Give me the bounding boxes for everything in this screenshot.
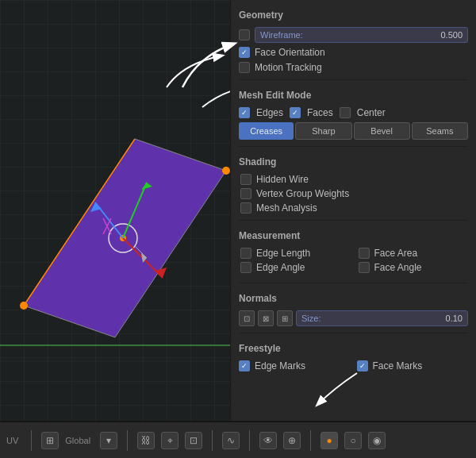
wireframe-value: 0.500 — [440, 30, 463, 40]
wireframe-label: Wireframe: — [260, 30, 303, 40]
wireframe-row: Wireframe: 0.500 — [239, 27, 468, 43]
seams-button[interactable]: Seams — [412, 122, 468, 140]
edge-angle-row: Edge Angle — [239, 262, 351, 273]
hidden-wire-checkbox[interactable] — [240, 174, 251, 185]
divider-4 — [239, 283, 468, 283]
divider-1 — [239, 79, 468, 80]
center-checkbox[interactable] — [340, 107, 351, 118]
vertex-group-checkbox[interactable] — [240, 188, 251, 199]
normals-icon-1[interactable]: ⊡ — [239, 310, 255, 326]
divider-5 — [239, 333, 468, 333]
sep-4 — [249, 430, 250, 451]
face-marks-checkbox[interactable] — [357, 360, 368, 371]
face-marks-col: Face Marks — [357, 360, 469, 371]
edge-length-checkbox[interactable] — [240, 248, 251, 259]
edges-checkbox[interactable] — [239, 107, 250, 118]
svg-point-7 — [20, 302, 28, 310]
motion-tracking-row: Motion Tracking — [239, 62, 468, 73]
target-icon[interactable]: ⊕ — [283, 432, 301, 449]
uv-label: UV — [6, 436, 18, 445]
edge-angle-label: Edge Angle — [256, 262, 305, 273]
geometry-title: Geometry — [239, 10, 468, 21]
annotation-arrow — [159, 48, 230, 95]
viewport — [0, 0, 230, 421]
measurement-right: Face Area Face Angle — [357, 248, 469, 276]
curve-icon[interactable]: ∿ — [222, 432, 240, 449]
face-marks-label: Face Marks — [373, 360, 423, 371]
eye-icon[interactable]: 👁 — [259, 432, 277, 449]
wireframe-checkbox[interactable] — [239, 29, 250, 40]
faces-label: Faces — [307, 107, 333, 118]
face-orientation-label: Face Orientation — [255, 47, 325, 58]
normals-icon-3[interactable]: ⊞ — [277, 310, 293, 326]
sharp-button[interactable]: Sharp — [295, 122, 351, 140]
edge-buttons-row: Creases Sharp Bevel Seams — [239, 122, 468, 140]
motion-icon[interactable]: ⌖ — [161, 432, 178, 449]
right-panel: Geometry Wireframe: 0.500 Face Orientati… — [230, 0, 476, 421]
divider-2 — [239, 146, 468, 147]
render-icon-3[interactable]: ◉ — [368, 432, 386, 449]
face-area-label: Face Area — [374, 248, 418, 259]
svg-point-8 — [222, 167, 230, 175]
measurement-title: Measurement — [239, 230, 468, 241]
mode-dropdown-icon[interactable]: ▾ — [100, 432, 117, 449]
face-orientation-checkbox[interactable] — [239, 47, 250, 58]
face-angle-label: Face Angle — [374, 262, 422, 273]
editor-type-icon[interactable]: ⊞ — [41, 432, 59, 449]
motion-tracking-label: Motion Tracking — [255, 62, 322, 73]
edge-marks-col: Edge Marks — [239, 360, 351, 371]
bevel-button[interactable]: Bevel — [354, 122, 410, 140]
face-area-row: Face Area — [357, 248, 469, 259]
sep-1 — [31, 430, 32, 451]
normals-size-label: Size: — [301, 314, 321, 323]
creases-button[interactable]: Creases — [239, 122, 294, 140]
face-angle-row: Face Angle — [357, 262, 469, 273]
shading-title: Shading — [239, 156, 468, 167]
sep-3 — [212, 430, 213, 451]
mesh-analysis-row: Mesh Analysis — [239, 202, 468, 214]
edges-label: Edges — [256, 107, 283, 118]
edge-angle-checkbox[interactable] — [240, 262, 251, 273]
link-icon[interactable]: ⛓ — [137, 432, 155, 449]
hidden-wire-row: Hidden Wire — [239, 174, 468, 185]
sep-2 — [127, 430, 128, 451]
hidden-wire-label: Hidden Wire — [256, 174, 309, 185]
motion-tracking-checkbox[interactable] — [239, 62, 250, 73]
freestyle-title: Freestyle — [239, 343, 468, 354]
wireframe-field[interactable]: Wireframe: 0.500 — [255, 27, 468, 43]
edge-length-label: Edge Length — [256, 248, 310, 259]
mesh-edit-options-row: Edges Faces Center — [239, 107, 468, 118]
face-area-checkbox[interactable] — [359, 248, 370, 259]
measurement-cols: Edge Length Edge Angle Face Area Face An… — [239, 248, 468, 276]
divider-3 — [239, 220, 468, 221]
edge-marks-checkbox[interactable] — [239, 360, 250, 371]
measurement-left: Edge Length Edge Angle — [239, 248, 351, 276]
face-orientation-row: Face Orientation — [239, 47, 468, 58]
mesh-edit-mode-title: Mesh Edit Mode — [239, 90, 468, 101]
faces-checkbox[interactable] — [290, 107, 301, 118]
edge-length-row: Edge Length — [239, 248, 351, 259]
center-label: Center — [357, 107, 386, 118]
freestyle-row: Edge Marks Face Marks — [239, 360, 468, 371]
bottom-bar: UV ⊞ Global ▾ ⛓ ⌖ ⊡ ∿ 👁 ⊕ ● ○ ◉ — [0, 421, 476, 458]
vertex-group-row: Vertex Group Weights — [239, 188, 468, 199]
face-angle-checkbox[interactable] — [359, 262, 370, 273]
normals-title: Normals — [239, 293, 468, 304]
mesh-analysis-label: Mesh Analysis — [256, 202, 317, 214]
normals-size-field[interactable]: Size: 0.10 — [296, 310, 468, 326]
mode-label: Global — [65, 436, 90, 445]
render-icon-1[interactable]: ● — [321, 432, 338, 449]
sep-5 — [310, 430, 311, 451]
layout-icon[interactable]: ⊡ — [185, 432, 202, 449]
render-icon-2[interactable]: ○ — [344, 432, 362, 449]
normals-row: ⊡ ⊠ ⊞ Size: 0.10 — [239, 310, 468, 326]
normals-size-value: 0.10 — [446, 314, 463, 323]
mesh-analysis-checkbox[interactable] — [240, 202, 251, 214]
normals-icon-2[interactable]: ⊠ — [258, 310, 274, 326]
vertex-group-label: Vertex Group Weights — [256, 188, 349, 199]
edge-marks-label: Edge Marks — [255, 360, 305, 371]
